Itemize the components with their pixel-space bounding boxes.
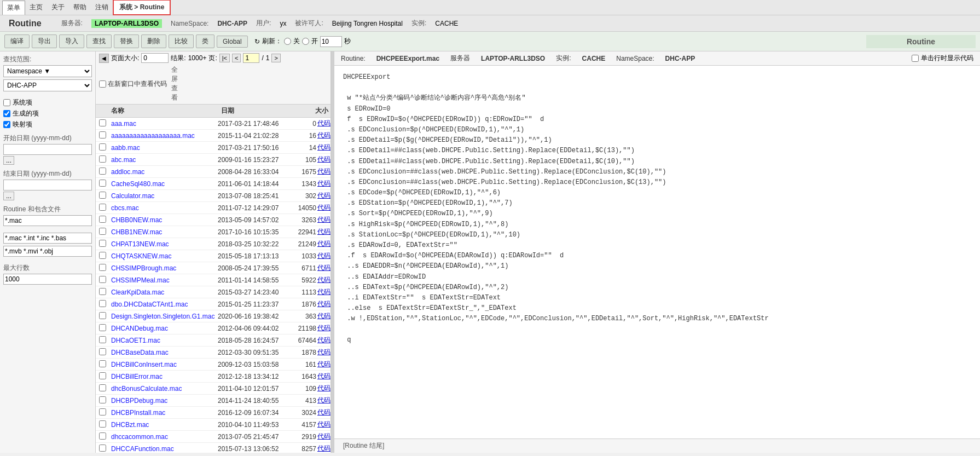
file-code-link[interactable]: 代码 bbox=[316, 348, 330, 357]
row-checkbox-2[interactable] bbox=[99, 143, 106, 151]
file-code-link[interactable]: 代码 bbox=[316, 336, 330, 345]
file-code-link[interactable]: 代码 bbox=[316, 396, 330, 405]
table-row[interactable]: cbcs.mac 2011-07-12 14:29:07 14050 代码 bbox=[96, 202, 330, 214]
table-row[interactable]: DHCBaseData.mac 2012-03-30 09:51:35 1878… bbox=[96, 347, 330, 359]
row-checkbox-15[interactable] bbox=[99, 300, 106, 307]
row-checkbox-3[interactable] bbox=[99, 155, 106, 163]
table-row[interactable]: dhcBonusCalculate.mac 2011-04-10 12:01:5… bbox=[96, 383, 330, 395]
table-row[interactable]: CHBB0NEW.mac 2013-05-09 14:57:02 3263 代码 bbox=[96, 214, 330, 226]
table-row[interactable]: DHCBzt.mac 2010-04-10 11:49:53 4157 代码 bbox=[96, 419, 330, 431]
menu-item-help[interactable]: 帮助 bbox=[69, 1, 91, 14]
table-row[interactable]: DHCBillConInsert.mac 2009-12-03 15:03:58… bbox=[96, 359, 330, 371]
namespace-select[interactable]: DHC-APP bbox=[3, 79, 92, 91]
start-date-picker[interactable] bbox=[3, 156, 14, 165]
row-checkbox-20[interactable] bbox=[99, 360, 106, 367]
row-checkbox-8[interactable] bbox=[99, 216, 106, 223]
table-row[interactable]: CacheSql480.mac 2011-06-01 14:18:44 1343… bbox=[96, 178, 330, 190]
row-checkbox-26[interactable] bbox=[99, 432, 106, 440]
table-row[interactable]: DHCBillError.mac 2012-12-18 13:34:12 164… bbox=[96, 371, 330, 383]
row-checkbox-21[interactable] bbox=[99, 372, 106, 379]
table-row[interactable]: dhccacommon.mac 2013-07-05 21:45:47 2919… bbox=[96, 431, 330, 443]
row-checkbox-11[interactable] bbox=[99, 252, 106, 259]
single-line-checkbox[interactable] bbox=[912, 55, 919, 62]
file-code-link[interactable]: 代码 bbox=[316, 408, 330, 417]
row-checkbox-1[interactable] bbox=[99, 131, 106, 138]
menu-item-menu[interactable]: 菜单 bbox=[2, 1, 25, 15]
table-row[interactable]: Calculator.mac 2013-07-08 18:25:41 302 代… bbox=[96, 190, 330, 202]
file-code-link[interactable]: 代码 bbox=[316, 432, 330, 441]
table-row[interactable]: CHPAT13NEW.mac 2018-03-25 10:32:22 21249… bbox=[96, 238, 330, 250]
page-input[interactable] bbox=[243, 53, 259, 63]
table-row[interactable]: CHSSIMPBrough.mac 2008-05-24 17:39:55 67… bbox=[96, 262, 330, 274]
compile-button[interactable]: 编译 bbox=[4, 34, 30, 48]
row-checkbox-10[interactable] bbox=[99, 240, 106, 247]
table-row[interactable]: DHCBPDebug.mac 2014-11-24 18:40:55 413 代… bbox=[96, 395, 330, 407]
row-checkbox-18[interactable] bbox=[99, 336, 106, 343]
file-code-link[interactable]: 代码 bbox=[316, 287, 330, 297]
table-row[interactable]: aaaaaaaaaaaaaaaaaaa.mac 2015-11-04 21:02… bbox=[96, 130, 330, 142]
start-date-input[interactable] bbox=[3, 144, 92, 155]
file-code-link[interactable]: 代码 bbox=[316, 251, 330, 261]
mapped-item-check[interactable]: 映射项 bbox=[3, 120, 92, 129]
namespace-type-select[interactable]: Namespace ▼ bbox=[3, 65, 92, 77]
table-row[interactable]: DHCBPInstall.mac 2016-12-09 16:07:34 302… bbox=[96, 407, 330, 419]
mapped-item-checkbox[interactable] bbox=[3, 121, 10, 128]
file-code-link[interactable]: 代码 bbox=[316, 179, 330, 188]
find-button[interactable]: 查找 bbox=[86, 34, 112, 48]
table-row[interactable]: aaa.mac 2017-03-21 17:48:46 0 代码 bbox=[96, 118, 330, 130]
file-code-link[interactable]: 代码 bbox=[316, 203, 330, 212]
row-checkbox-23[interactable] bbox=[99, 396, 106, 403]
collapse-button[interactable]: ◀ bbox=[99, 54, 109, 63]
table-row[interactable]: DHCANDebug.mac 2012-04-06 09:44:02 21198… bbox=[96, 322, 330, 334]
end-date-input[interactable] bbox=[3, 180, 92, 191]
page-size-input[interactable] bbox=[141, 53, 169, 63]
file-code-link[interactable]: 代码 bbox=[316, 311, 330, 321]
fullscreen-button[interactable]: 全 屏 查 看 bbox=[169, 65, 180, 102]
table-row[interactable]: addloc.mac 2008-04-28 16:33:04 1675 代码 bbox=[96, 166, 330, 178]
export-button[interactable]: 导出 bbox=[32, 34, 57, 48]
code-body[interactable]: DHCPEEExport w "*站点^分类^编码^诊断结论^诊断内容^序号^高… bbox=[334, 66, 980, 438]
refresh-on-radio[interactable]: 开 bbox=[302, 37, 318, 46]
row-checkbox-13[interactable] bbox=[99, 276, 106, 283]
file-code-link[interactable]: 代码 bbox=[316, 143, 330, 152]
class-button[interactable]: 类 bbox=[196, 34, 214, 48]
row-checkbox-16[interactable] bbox=[99, 312, 106, 319]
menu-item-about[interactable]: 关于 bbox=[47, 1, 69, 14]
refresh-value-input[interactable] bbox=[320, 36, 342, 47]
row-checkbox-9[interactable] bbox=[99, 228, 106, 235]
routine-filter-input[interactable] bbox=[3, 215, 92, 226]
row-checkbox-25[interactable] bbox=[99, 420, 106, 428]
file-code-link[interactable]: 代码 bbox=[316, 167, 330, 176]
file-code-link[interactable]: 代码 bbox=[316, 444, 330, 453]
file-code-link[interactable]: 代码 bbox=[316, 360, 330, 369]
row-checkbox-0[interactable] bbox=[99, 119, 106, 126]
table-row[interactable]: dbo.DHCDataCTAnt1.mac 2015-01-25 11:23:3… bbox=[96, 298, 330, 310]
view-code-checkbox[interactable] bbox=[99, 80, 106, 88]
refresh-on-input[interactable] bbox=[302, 38, 309, 45]
system-item-check[interactable]: 系统项 bbox=[3, 98, 92, 107]
file-code-link[interactable]: 代码 bbox=[316, 372, 330, 381]
table-row[interactable]: DHCCAFunction.mac 2015-07-13 13:06:52 82… bbox=[96, 443, 330, 453]
replace-button[interactable]: 替换 bbox=[114, 34, 139, 48]
delete-button[interactable]: 删除 bbox=[141, 34, 166, 48]
system-item-checkbox[interactable] bbox=[3, 99, 10, 106]
table-row[interactable]: DHCaOET1.mac 2018-05-28 16:24:57 67464 代… bbox=[96, 334, 330, 347]
file-code-link[interactable]: 代码 bbox=[316, 119, 330, 128]
row-checkbox-24[interactable] bbox=[99, 408, 106, 415]
file-code-link[interactable]: 代码 bbox=[316, 384, 330, 393]
table-row[interactable]: CHQTASKNEW.mac 2015-05-18 17:13:13 1033 … bbox=[96, 250, 330, 262]
row-checkbox-14[interactable] bbox=[99, 288, 106, 295]
generated-item-check[interactable]: 生成的项 bbox=[3, 109, 92, 118]
file-filter-input-2[interactable] bbox=[3, 246, 92, 257]
row-checkbox-4[interactable] bbox=[99, 168, 106, 175]
file-code-link[interactable]: 代码 bbox=[316, 227, 330, 236]
file-code-link[interactable]: 代码 bbox=[316, 239, 330, 249]
row-checkbox-27[interactable] bbox=[99, 445, 106, 452]
file-code-link[interactable]: 代码 bbox=[316, 215, 330, 224]
table-row[interactable]: ClearKpiData.mac 2015-03-27 14:23:40 111… bbox=[96, 286, 330, 298]
menu-item-home[interactable]: 主页 bbox=[25, 1, 47, 14]
row-checkbox-6[interactable] bbox=[99, 192, 106, 199]
refresh-off-radio[interactable]: 关 bbox=[284, 37, 300, 46]
first-page-button[interactable]: |< bbox=[219, 54, 230, 62]
table-row[interactable]: CHBB1NEW.mac 2017-10-16 10:15:35 22941 代… bbox=[96, 226, 330, 238]
